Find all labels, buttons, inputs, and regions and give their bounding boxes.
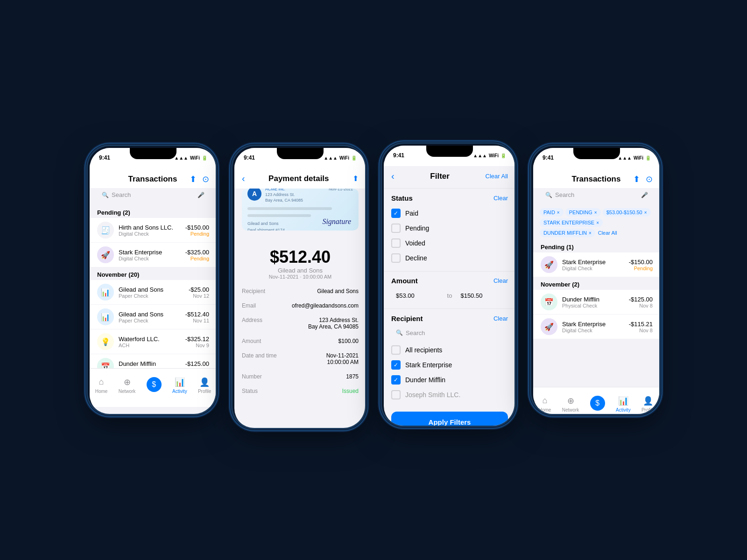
nav-profile[interactable]: 👤 Profile xyxy=(641,395,655,413)
tx-icon: 📊 xyxy=(97,308,114,325)
apply-filters-button[interactable]: Apply Filters xyxy=(391,412,508,427)
status-section-title: Status xyxy=(391,194,413,202)
nav-payments[interactable]: $ xyxy=(590,396,605,412)
filter-title: Filter xyxy=(430,172,450,181)
recipient-clear-button[interactable]: Clear xyxy=(493,315,508,322)
payment-datetime: Nov-11-2021 · 10:00:00 AM xyxy=(242,274,359,280)
filter-option-decline[interactable]: Decline xyxy=(391,251,508,266)
payment-details: Recipient Gilead and Sons Email ofred@gi… xyxy=(234,284,366,399)
phone1: 9:41 ▲▲▲ WiFi 🔋 Transactions ⬆ ⊙ xyxy=(86,145,217,415)
payment-title: Payment details xyxy=(268,174,329,183)
phone1-search[interactable]: 🔍 Search 🎤 xyxy=(97,188,209,202)
pending-section-header: Pending (1) xyxy=(533,240,660,252)
nav-home[interactable]: ⌂ Home xyxy=(539,395,551,413)
table-row[interactable]: 📊 Gilead and Sons Paper Check -$512.40 N… xyxy=(90,305,217,329)
search-icon: 🔍 xyxy=(396,329,403,336)
nav-network[interactable]: ⊕ Network xyxy=(119,377,136,394)
clear-all-tags-button[interactable]: Clear All xyxy=(598,230,617,236)
table-row[interactable]: 🚀 Stark Enterprise Digital Check -$150.0… xyxy=(533,252,660,277)
table-row[interactable]: 📊 Gilead and Sons Paper Check -$25.00 No… xyxy=(90,280,217,305)
filter-back-button[interactable]: ‹ xyxy=(391,171,395,182)
november-section-header: November (20) xyxy=(90,267,217,280)
checkbox-paid[interactable]: ✓ xyxy=(391,209,401,218)
phone2: 9:41 ▲▲▲ WiFi 🔋 ‹ Payment details ⬆ xyxy=(231,145,366,429)
phone1-time: 9:41 xyxy=(99,154,110,161)
tx-icon: 🚀 xyxy=(541,256,557,273)
search-placeholder: Search xyxy=(112,191,195,198)
tag-paid[interactable]: PAID × xyxy=(540,208,564,217)
phone1-bottom-nav: ⌂ Home ⊕ Network $ 📊 Activity 👤 Pro xyxy=(90,368,217,407)
checkbox-dunder[interactable]: ✓ xyxy=(391,375,401,385)
phone3-time: 9:41 xyxy=(393,152,404,159)
table-row[interactable]: 💡 Waterford LLC. ACH -$325.12 Nov 9 xyxy=(90,329,217,354)
search-icon: 🔍 xyxy=(545,192,552,198)
tag-stark[interactable]: STARK ENTERPRISE × xyxy=(540,218,603,227)
filter-option-voided[interactable]: Voided xyxy=(391,236,508,251)
signature: Signature xyxy=(322,217,351,226)
filter-option-stark[interactable]: ✓ Stark Enterprise xyxy=(391,357,508,372)
filter-option-paid[interactable]: ✓ Paid xyxy=(391,206,508,221)
filter-option-pending[interactable]: Pending xyxy=(391,221,508,236)
checkbox-all-recipients[interactable] xyxy=(391,345,401,355)
detail-email: Email ofred@gileadandsons.com xyxy=(234,299,366,313)
detail-status: Status Issued xyxy=(234,384,366,399)
checkbox-joseph[interactable] xyxy=(391,390,401,399)
nav-profile[interactable]: 👤 Profile xyxy=(198,377,211,394)
amount-clear-button[interactable]: Clear xyxy=(493,277,508,284)
nav-activity-tab[interactable]: 📊 Activity xyxy=(616,395,631,413)
phone1-title: Transactions xyxy=(116,175,190,184)
amount-from-input[interactable]: $53.00 xyxy=(391,288,444,303)
filter-option-joseph[interactable]: Joseph Smith LLC. xyxy=(391,387,508,402)
amount-to-input[interactable]: $150.50 xyxy=(456,288,508,303)
nav-activity-label[interactable]: 📊 Activity xyxy=(172,377,187,394)
mic-icon: 🎤 xyxy=(197,192,204,198)
share-icon[interactable]: ⬆ xyxy=(190,174,197,184)
filter-amount-section: Amount Clear $53.00 to $150.50 xyxy=(384,273,515,307)
checkbox-voided[interactable] xyxy=(391,238,401,248)
filter-icon[interactable]: ⊙ xyxy=(646,174,653,184)
phone4-bottom-nav: ⌂ Home ⊕ Network $ 📊 Activity 👤 Pro xyxy=(533,387,660,415)
payment-amount-section: $512.40 Gilead and Sons Nov-11-2021 · 10… xyxy=(234,238,366,284)
tag-dunder[interactable]: DUNDER MIFFLIN × xyxy=(540,229,595,237)
phone4: 9:41 ▲▲▲ WiFi 🔋 Transactions ⬆ ⊙ xyxy=(530,145,661,415)
nav-home[interactable]: ⌂ Home xyxy=(95,377,108,394)
check-preview: A ACME Inc. 123 Address St. Bay Area, CA… xyxy=(242,189,359,231)
tx-icon: 📅 xyxy=(97,358,114,368)
detail-amount: Amount $100.00 xyxy=(234,334,366,349)
filter-icon[interactable]: ⊙ xyxy=(202,174,209,184)
checkbox-pending[interactable] xyxy=(391,224,401,233)
phone4-search[interactable]: 🔍 Search 🎤 xyxy=(541,188,653,202)
nav-activity[interactable]: $ xyxy=(147,377,162,393)
tag-pending[interactable]: PENDING × xyxy=(565,208,601,217)
share-icon[interactable]: ⬆ xyxy=(633,174,640,184)
table-row[interactable]: 📅 Dunder Mifflin Physical Check -$125.00… xyxy=(90,354,217,368)
checkbox-stark[interactable]: ✓ xyxy=(391,360,401,370)
phone1-header: Transactions ⬆ ⊙ xyxy=(90,168,217,188)
search-icon: 🔍 xyxy=(102,192,109,198)
search-placeholder: Search xyxy=(555,191,638,198)
recipient-search[interactable]: 🔍 Search xyxy=(391,326,508,340)
detail-address: Address 123 Address St.Bay Area, CA 9408… xyxy=(234,313,366,334)
table-row[interactable]: 🚀 Stark Enterprise Digital Check -$325.0… xyxy=(90,243,217,267)
status-clear-button[interactable]: Clear xyxy=(493,195,508,202)
tx-icon: 🚀 xyxy=(541,318,557,335)
table-row[interactable]: 🧾 Hirth and Sons LLC. Digital Check -$15… xyxy=(90,218,217,243)
checkbox-decline[interactable] xyxy=(391,253,401,263)
back-button[interactable]: ‹ xyxy=(242,173,245,184)
table-row[interactable]: 🚀 Stark Enterprise Digital Check -$115.2… xyxy=(533,315,660,339)
table-row[interactable]: 📅 Dunder Mifflin Physical Check -$125.00… xyxy=(533,290,660,315)
phone4-time: 9:41 xyxy=(543,154,554,161)
filter-option-all-recipients[interactable]: All recipients xyxy=(391,343,508,357)
payment-recipient: Gilead and Sons xyxy=(242,267,359,274)
nav-network[interactable]: ⊕ Network xyxy=(562,395,579,413)
tag-amount[interactable]: $53.00-$150.50 × xyxy=(603,208,651,217)
phone4-header: Transactions ⬆ ⊙ xyxy=(533,168,660,188)
share-button[interactable]: ⬆ xyxy=(352,174,359,183)
detail-datetime: Date and time Nov-11-202110:00:00 AM xyxy=(234,349,366,370)
filter-tags: PAID × PENDING × $53.00-$150.50 × STARK … xyxy=(533,205,660,240)
payment-amount: $512.40 xyxy=(242,247,359,267)
filter-clear-all-button[interactable]: Clear All xyxy=(486,173,508,180)
amount-section-title: Amount xyxy=(391,277,418,285)
amount-separator: to xyxy=(447,292,452,299)
filter-option-dunder[interactable]: ✓ Dunder Mifflin xyxy=(391,372,508,387)
